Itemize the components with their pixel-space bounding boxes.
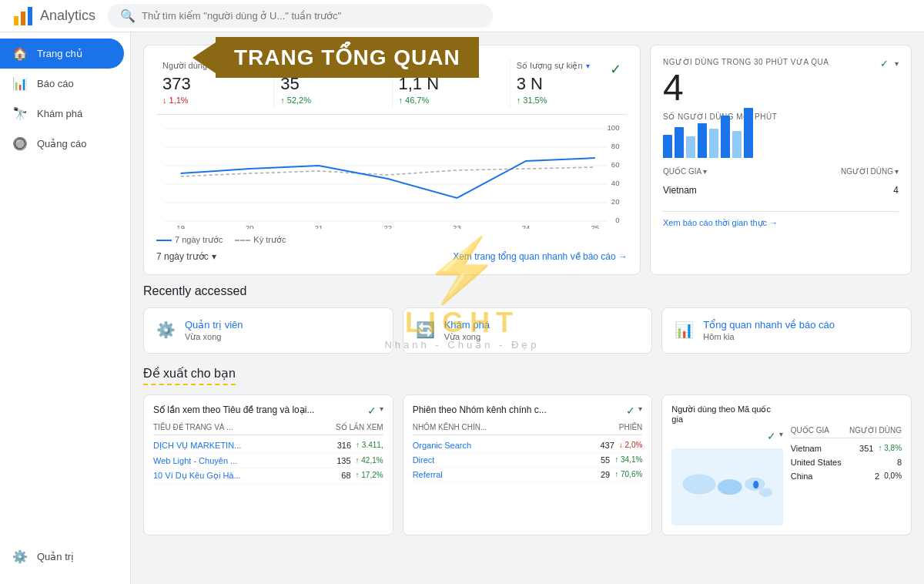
realtime-row-vietnam: Vietnam 4 [663, 182, 899, 199]
mini-bars [663, 127, 899, 158]
svg-point-27 [759, 488, 772, 497]
stats-card: Người dùng ▾ 373 ↓ 1,1% Sự kiện quan trọ… [143, 45, 641, 275]
suggestion-row-2-1: Direct 55 ↑ 34,1% [413, 453, 643, 468]
metric-event-count-dropdown[interactable]: ▾ [586, 62, 590, 70]
reports-icon: 📊 [12, 76, 28, 91]
suggestion-card-country-title: Người dùng theo Mã quốc gia [671, 404, 782, 424]
legend-prev [235, 240, 250, 241]
recently-grid: ⚙️ Quản trị viên Vừa xong 🔄 Khám phá Vừa… [143, 307, 912, 354]
svg-text:40: 40 [611, 180, 620, 187]
suggestion-table-1: TIÊU ĐỀ TRANG VÀ ... SỐ LẦN XEM DỊCH VỤ … [153, 423, 383, 484]
svg-text:24: 24 [522, 224, 531, 229]
sidebar-item-reports[interactable]: 📊 Báo cáo [0, 69, 124, 99]
sidebar-item-admin[interactable]: ⚙️ Quản trị [0, 542, 124, 572]
stats-chart: 100 80 60 40 20 0 19 thg 20 [156, 121, 628, 229]
suggestion-table-2: NHÓM KÊNH CHÍN... PHIÊN Organic Search 4… [413, 423, 643, 482]
mini-bar-3 [686, 136, 695, 158]
suggestion-dropdown-2[interactable]: ▾ [638, 404, 642, 417]
home-icon: 🏠 [12, 46, 28, 61]
search-input[interactable] [142, 10, 480, 22]
suggestion-row-2-2: Referral 29 ↑ 70,6% [413, 468, 643, 482]
suggestion-check-2: ✓ [626, 404, 635, 417]
date-dropdown-icon: ▾ [212, 251, 216, 262]
recently-item-report[interactable]: 📊 Tổng quan nhanh về báo cáo Hôm kia [661, 307, 912, 354]
logo: Analytics [12, 5, 95, 27]
map-area [671, 448, 782, 525]
realtime-country-vietnam: Vietnam [663, 185, 697, 196]
suggestion-row-1-0: DỊCH VỤ MARKETIN... 316 ↑ 3.411, [153, 438, 383, 454]
suggestion-row-1-2: 10 Ví Dụ Kêu Gọi Hà... 68 ↑ 17,2% [153, 468, 383, 484]
realtime-count: 4 [663, 69, 899, 106]
sidebar-label-reports: Báo cáo [37, 78, 74, 89]
realtime-table: Vietnam 4 [663, 182, 899, 199]
svg-point-28 [753, 481, 758, 488]
svg-text:25: 25 [591, 224, 600, 229]
sidebar: 🏠 Trang chủ 📊 Báo cáo 🔭 Khám phá 🔘 Quảng… [0, 32, 131, 584]
recently-time-report: Hôm kia [703, 332, 835, 341]
suggestion-country-table: QUỐC GIA NGƯỜI DÙNG Vietnam 351 ↑ 3,8% U… [791, 426, 902, 483]
admin-recently-icon: ⚙️ [156, 321, 176, 339]
top-row: Người dùng ▾ 373 ↓ 1,1% Sự kiện quan trọ… [143, 45, 912, 275]
suggestion-thead-1: TIÊU ĐỀ TRANG VÀ ... SỐ LẦN XEM [153, 423, 383, 435]
realtime-users-vietnam: 4 [893, 185, 899, 196]
view-report-link[interactable]: Xem trang tổng quan nhanh về báo cáo → [453, 251, 628, 262]
recently-accessed-section: Recently accessed ⚙️ Quản trị viên Vừa x… [143, 284, 912, 354]
sidebar-label-home: Trang chủ [37, 48, 82, 59]
realtime-view-link[interactable]: Xem báo cáo thời gian thực → [663, 218, 899, 228]
svg-text:80: 80 [611, 143, 620, 150]
suggestion-card-sessions: Phiên theo Nhóm kênh chính c... ✓ ▾ NHÓM… [403, 394, 653, 535]
metric-event-count: Số lượng sự kiện ▾ 3 N ↑ 31,5% ✓ [511, 58, 628, 108]
suggestion-row-2-0: Organic Search 437 ↓ 2,0% [413, 438, 643, 453]
date-selector[interactable]: 7 ngày trước ▾ [156, 251, 216, 262]
suggestions-title: Đề xuất cho bạn [143, 366, 236, 385]
suggestion-check-1: ✓ [367, 404, 377, 417]
metric-event-count-change: ↑ 31,5% [517, 96, 607, 105]
annotation-label: TRANG TỔNG QUAN [216, 37, 479, 78]
explore-recently-icon: 🔄 [416, 321, 435, 339]
recently-item-admin[interactable]: ⚙️ Quản trị viên Vừa xong [143, 307, 393, 354]
sidebar-item-ads[interactable]: 🔘 Quảng cáo [0, 129, 124, 159]
svg-rect-0 [14, 16, 18, 25]
suggestion-dropdown-3[interactable]: ▾ [779, 430, 783, 442]
mini-bar-1 [663, 135, 672, 158]
country-row-china: China 2 0,0% [791, 469, 902, 483]
sidebar-item-explore[interactable]: 🔭 Khám phá [0, 99, 124, 129]
suggestion-thead-2: NHÓM KÊNH CHÍN... PHIÊN [413, 423, 643, 435]
svg-text:19: 19 [176, 224, 185, 229]
suggestions-grid: Số lần xem theo Tiêu đề trang và loại...… [143, 394, 912, 535]
sidebar-label-explore: Khám phá [37, 108, 82, 119]
mini-bar-2 [675, 127, 684, 158]
sidebar-label-ads: Quảng cáo [37, 138, 86, 149]
realtime-country-select[interactable]: QUỐC GIA ▾ [663, 167, 707, 176]
svg-point-24 [683, 474, 716, 494]
search-bar[interactable]: 🔍 [108, 4, 493, 28]
recently-name-admin: Quản trị viên [185, 319, 243, 331]
report-recently-icon: 📊 [675, 321, 694, 339]
realtime-users-select[interactable]: NGƯỜI DÙNG ▾ [841, 167, 899, 176]
svg-text:0: 0 [615, 216, 619, 224]
chart-bottom: 7 ngày trước ▾ Xem trang tổng quan nhanh… [156, 251, 628, 262]
realtime-title: NGƯỜI DÙNG TRONG 30 PHÚT VỪA QUA [663, 58, 829, 66]
country-row-us: United States 8 [791, 455, 902, 469]
sidebar-item-home[interactable]: 🏠 Trang chủ [0, 39, 124, 69]
mini-bar-7 [732, 131, 742, 158]
svg-text:100: 100 [608, 124, 620, 132]
suggestion-card-sessions-title: Phiên theo Nhóm kênh chính c... [413, 404, 547, 415]
analytics-logo-icon [12, 5, 34, 27]
sidebar-label-admin: Quản trị [37, 551, 74, 562]
suggestion-country-table-side: QUỐC GIA NGƯỜI DÙNG Vietnam 351 ↑ 3,8% U… [791, 404, 902, 525]
realtime-card: NGƯỜI DÙNG TRONG 30 PHÚT VỪA QUA ✓ ▾ 4 S… [650, 45, 912, 275]
realtime-dropdown[interactable]: ▾ [895, 59, 899, 68]
legend-current [156, 240, 172, 241]
svg-text:20: 20 [611, 198, 620, 206]
suggestion-dropdown-1[interactable]: ▾ [380, 404, 383, 417]
metric-event-count-value: 3 N [517, 74, 607, 94]
realtime-header-section: QUỐC GIA ▾ NGƯỜI DÙNG ▾ [663, 167, 899, 176]
mini-bar-5 [709, 129, 718, 158]
suggestion-map-side: Người dùng theo Mã quốc gia ✓ ▾ [671, 404, 782, 525]
svg-rect-1 [21, 12, 25, 25]
chart-area: 100 80 60 40 20 0 19 thg 20 [156, 121, 628, 229]
recently-title: Recently accessed [143, 284, 912, 298]
realtime-subtitle: SỐ NGƯỜI DÙNG MỖI PHÚT [663, 112, 899, 121]
recently-item-explore[interactable]: 🔄 Khám phá Vừa xong [403, 307, 653, 354]
